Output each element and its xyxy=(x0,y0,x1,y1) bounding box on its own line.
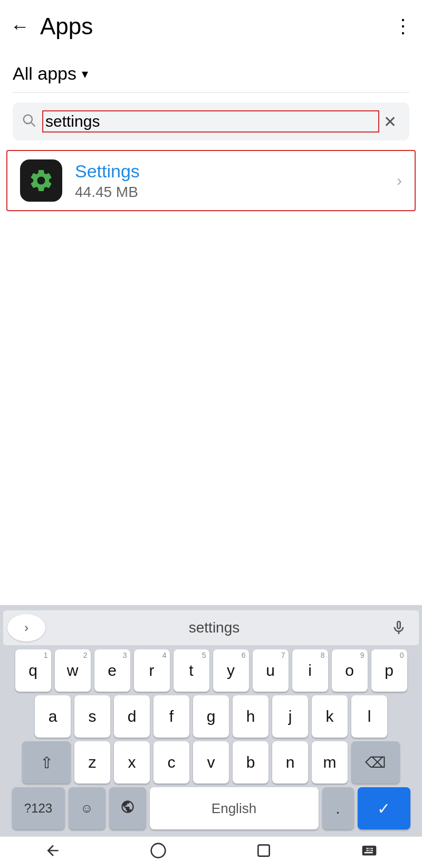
keyboard-expand-button[interactable]: › xyxy=(7,614,45,641)
key-x[interactable]: x xyxy=(114,741,150,784)
nav-back-button[interactable] xyxy=(44,842,61,863)
key-s[interactable]: s xyxy=(74,695,110,738)
search-icon xyxy=(21,112,36,131)
key-f[interactable]: f xyxy=(154,695,189,738)
nav-bar xyxy=(0,836,422,868)
key-n[interactable]: n xyxy=(272,741,308,784)
app-bar: ← Apps ⋮ xyxy=(0,0,422,53)
key-r[interactable]: 4 r xyxy=(134,649,170,692)
app-list-item[interactable]: Settings 44.45 MB › xyxy=(6,150,416,211)
key-y[interactable]: 6 y xyxy=(213,649,249,692)
enter-key[interactable]: ✓ xyxy=(358,787,410,829)
keyboard-row-4: ?123 ☺ English . ✓ xyxy=(3,787,419,829)
key-q[interactable]: 1 q xyxy=(15,649,51,692)
keyboard-row-3: ⇧ z x c v b n m ⌫ xyxy=(3,741,419,784)
keyboard-row-1: 1 q 2 w 3 e 4 r 5 t 6 y 7 u 8 i xyxy=(3,649,419,692)
emoji-key[interactable]: ☺ xyxy=(69,787,106,829)
svg-point-2 xyxy=(151,844,166,858)
nav-home-button[interactable] xyxy=(150,842,167,863)
key-o[interactable]: 9 o xyxy=(332,649,368,692)
key-g[interactable]: g xyxy=(193,695,229,738)
search-input-wrap xyxy=(42,110,379,133)
search-input[interactable] xyxy=(42,110,379,133)
app-icon xyxy=(20,159,62,202)
key-d[interactable]: d xyxy=(114,695,150,738)
keyboard-row-2: a s d f g h j k l xyxy=(3,695,419,738)
svg-rect-3 xyxy=(258,845,269,856)
key-j[interactable]: j xyxy=(272,695,308,738)
app-list: Settings 44.45 MB › xyxy=(0,150,422,211)
key-v[interactable]: v xyxy=(193,741,229,784)
backspace-key[interactable]: ⌫ xyxy=(351,741,400,784)
key-m[interactable]: m xyxy=(312,741,348,784)
key-e[interactable]: 3 e xyxy=(94,649,130,692)
key-b[interactable]: b xyxy=(233,741,268,784)
app-info: Settings 44.45 MB xyxy=(75,161,397,201)
key-t[interactable]: 5 t xyxy=(174,649,209,692)
keyboard: › settings 1 q 2 w 3 e 4 r 5 t xyxy=(0,605,422,836)
all-apps-filter[interactable]: All apps ▾ xyxy=(0,53,422,92)
key-c[interactable]: c xyxy=(154,741,189,784)
key-z[interactable]: z xyxy=(74,741,110,784)
app-size: 44.45 MB xyxy=(75,184,397,201)
back-button[interactable]: ← xyxy=(11,17,30,36)
more-options-button[interactable]: ⋮ xyxy=(394,15,411,37)
key-a[interactable]: a xyxy=(35,695,71,738)
svg-line-1 xyxy=(31,122,34,126)
divider xyxy=(13,92,409,93)
page-title: Apps xyxy=(40,13,394,40)
keyboard-suggestion-text[interactable]: settings xyxy=(45,619,383,636)
key-u[interactable]: 7 u xyxy=(253,649,289,692)
filter-chevron-icon: ▾ xyxy=(82,67,88,81)
num-key[interactable]: ?123 xyxy=(12,787,65,829)
app-chevron-icon: › xyxy=(397,172,402,190)
key-h[interactable]: h xyxy=(233,695,268,738)
key-p[interactable]: 0 p xyxy=(371,649,407,692)
key-l[interactable]: l xyxy=(351,695,387,738)
period-key[interactable]: . xyxy=(322,787,354,829)
nav-recent-button[interactable] xyxy=(255,842,272,863)
app-name: Settings xyxy=(75,161,397,182)
filter-label: All apps xyxy=(13,63,76,84)
content-spacer xyxy=(0,215,422,416)
search-clear-button[interactable]: ✕ xyxy=(379,110,401,133)
shift-key[interactable]: ⇧ xyxy=(22,741,71,784)
space-key[interactable]: English xyxy=(150,787,319,829)
globe-key[interactable] xyxy=(109,787,146,829)
key-k[interactable]: k xyxy=(312,695,348,738)
search-bar: ✕ xyxy=(13,102,409,140)
key-w[interactable]: 2 w xyxy=(55,649,91,692)
nav-keyboard-button[interactable] xyxy=(361,842,378,863)
keyboard-mic-button[interactable] xyxy=(383,612,415,644)
key-i[interactable]: 8 i xyxy=(292,649,328,692)
keyboard-suggestion-row: › settings xyxy=(3,610,419,645)
